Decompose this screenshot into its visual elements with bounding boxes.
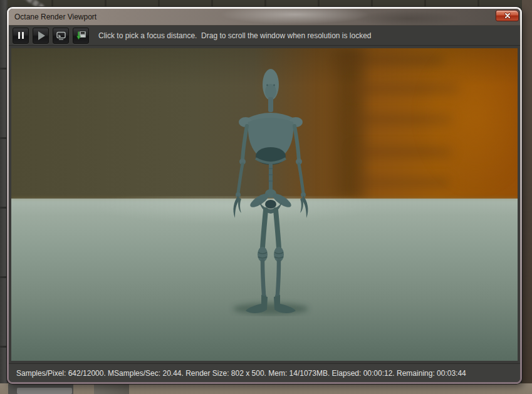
render-status-bar: Samples/Pixel: 642/12000. MSamples/Sec: …: [9, 363, 520, 382]
figure-shadow: [233, 303, 308, 314]
render-statistics-text: Samples/Pixel: 642/12000. MSamples/Sec: …: [9, 369, 466, 378]
window-title: Octane Render Viewport: [9, 13, 96, 21]
play-button[interactable]: [33, 28, 49, 44]
background-right-panel: [522, 0, 532, 394]
save-image-icon: [76, 31, 86, 41]
window-inner: Octane Render Viewport: [9, 9, 520, 382]
pause-icon: [18, 32, 24, 39]
play-icon: [38, 31, 45, 40]
monitor-lock-icon: [56, 31, 66, 41]
save-render-button[interactable]: [73, 28, 89, 44]
lock-resolution-button[interactable]: [53, 28, 69, 44]
close-button[interactable]: [496, 10, 519, 21]
title-bar[interactable]: Octane Render Viewport: [9, 9, 520, 26]
close-icon: [504, 13, 511, 19]
octane-render-viewport-window: Octane Render Viewport: [7, 7, 522, 384]
pause-button[interactable]: [13, 28, 29, 44]
background-panel-block: [17, 388, 72, 394]
mannequin-figure: [216, 66, 326, 316]
toolbar-hint-text: Click to pick a focus distance. Drag to …: [98, 31, 372, 40]
background-bottom-strip: [0, 383, 532, 394]
render-viewport[interactable]: [11, 48, 518, 361]
background-panel-block: [94, 384, 129, 394]
background-top-strip: [0, 0, 532, 7]
viewport-toolbar: Click to pick a focus distance. Drag to …: [9, 26, 520, 46]
